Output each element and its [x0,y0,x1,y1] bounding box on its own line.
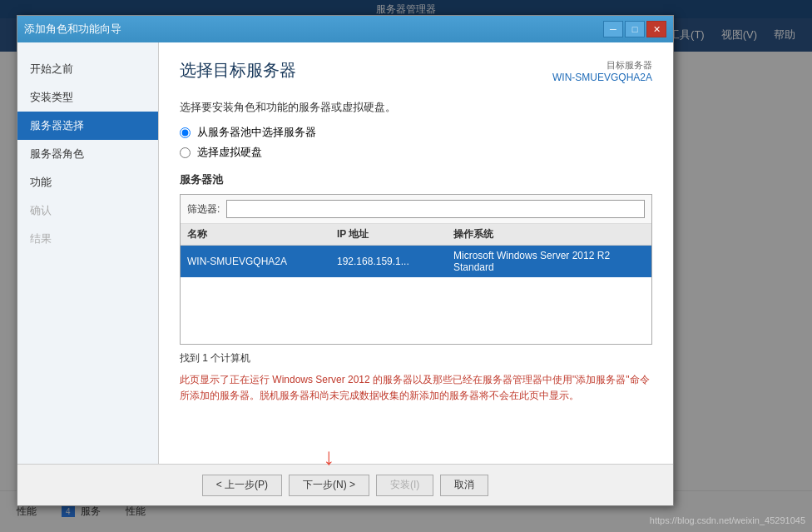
radio-group: 从服务器池中选择服务器 选择虚拟硬盘 [180,125,652,160]
table-header: 名称 IP 地址 操作系统 [181,224,651,246]
cancel-button[interactable]: 取消 [440,475,488,496]
install-button: 安装(I) [376,475,433,496]
next-button[interactable]: 下一步(N) > [289,475,369,496]
minimize-button[interactable]: ─ [603,21,623,37]
add-roles-dialog: 添加角色和功能向导 ─ □ ✕ 开始之前 安装类型 服务器选择 服务器角色 功能… [17,15,674,506]
dialog-footer: < 上一步(P) ↓ 下一步(N) > 安装(I) 取消 [17,464,673,505]
server-row-name: WIN-SMUEVGQHA2A [187,256,337,267]
server-row-os: Microsoft Windows Server 2012 R2 Standar… [453,250,645,273]
table-row-selected[interactable]: WIN-SMUEVGQHA2A 192.168.159.1... Microso… [181,246,651,277]
dialog-content: 选择目标服务器 目标服务器 WIN-SMUEVGQHA2A 选择要安装角色和功能… [159,42,673,464]
prev-button[interactable]: < 上一步(P) [202,475,282,496]
dialog-body: 开始之前 安装类型 服务器选择 服务器角色 功能 确认 结果 选择目标服务器 目… [17,42,673,464]
dialog-titlebar: 添加角色和功能向导 ─ □ ✕ [17,16,673,42]
radio-from-pool-input[interactable] [180,127,191,138]
info-note: 此页显示了正在运行 Windows Server 2012 的服务器以及那些已经… [180,372,652,404]
titlebar-controls: ─ □ ✕ [603,21,666,37]
radio-virtual-disk-label: 选择虚拟硬盘 [197,145,262,160]
dialog-title: 添加角色和功能向导 [24,22,121,37]
col-header-name: 名称 [187,227,337,241]
server-row-ip: 192.168.159.1... [337,256,453,267]
radio-virtual-disk[interactable]: 选择虚拟硬盘 [180,145,652,160]
found-count: 找到 1 个计算机 [180,351,652,365]
sidebar-item-server-roles[interactable]: 服务器角色 [17,140,158,168]
col-header-os: 操作系统 [453,227,645,241]
next-button-wrapper: ↓ 下一步(N) > [289,475,369,496]
sidebar-item-install-type[interactable]: 安装类型 [17,83,158,112]
next-arrow-indicator: ↓ [324,445,335,469]
target-server-name: WIN-SMUEVGQHA2A [552,72,652,83]
target-server-label: 目标服务器 [552,59,652,72]
server-pool-box: 筛选器: 名称 IP 地址 操作系统 WIN-SMUEVGQHA2A 192.1… [180,194,652,345]
sidebar-item-confirm: 确认 [17,196,158,225]
filter-label: 筛选器: [187,202,220,216]
page-description: 选择要安装角色和功能的服务器或虚拟硬盘。 [180,100,652,115]
radio-virtual-disk-input[interactable] [180,147,191,158]
filter-row: 筛选器: [181,195,651,224]
radio-from-pool[interactable]: 从服务器池中选择服务器 [180,125,652,140]
sidebar-item-results: 结果 [17,225,158,253]
radio-from-pool-label: 从服务器池中选择服务器 [197,125,316,140]
filter-input[interactable] [226,200,645,218]
sidebar-item-start[interactable]: 开始之前 [17,55,158,83]
close-button[interactable]: ✕ [646,21,666,37]
watermark: https://blog.csdn.net/weixin_45291045 [650,515,805,525]
sidebar-item-features[interactable]: 功能 [17,168,158,196]
page-header: 选择目标服务器 目标服务器 WIN-SMUEVGQHA2A [180,59,652,83]
maximize-button[interactable]: □ [625,21,645,37]
sidebar-item-server-select[interactable]: 服务器选择 [17,112,158,140]
dialog-sidebar: 开始之前 安装类型 服务器选择 服务器角色 功能 确认 结果 [17,42,159,464]
col-header-ip: IP 地址 [337,227,453,241]
server-pool-label: 服务器池 [180,172,652,187]
target-server-info: 目标服务器 WIN-SMUEVGQHA2A [552,59,652,83]
empty-table-area [181,277,651,344]
page-title: 选择目标服务器 [180,59,296,82]
